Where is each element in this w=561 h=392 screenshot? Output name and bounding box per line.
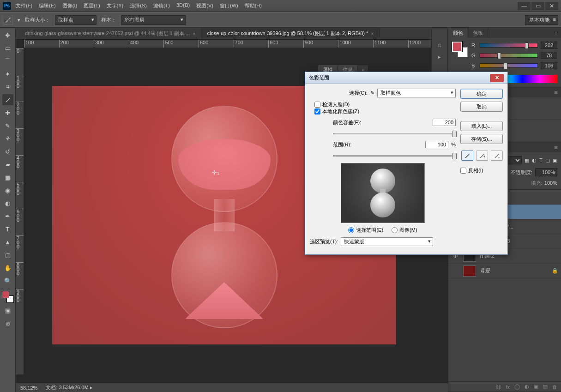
menu-image[interactable]: 图像(I) [62,2,77,9]
menu-layer[interactable]: 图层(L) [84,2,100,9]
fuzziness-input[interactable] [433,119,456,126]
cancel-button[interactable]: 取消 [460,102,503,112]
eyedropper-subtract-icon[interactable]: - [491,151,503,161]
new-group-icon[interactable]: ▣ [534,384,538,390]
dialog-titlebar[interactable]: 色彩范围 ✕ [305,72,507,84]
tab-color[interactable]: 颜色 [448,28,468,38]
filter-type-icon[interactable]: T [539,157,543,163]
path-select-tool[interactable]: ▲ [2,236,13,247]
rectangle-tool[interactable]: ▢ [2,249,13,260]
current-tool-icon[interactable] [3,15,13,25]
eyedropper-sample-icon[interactable] [461,151,473,161]
b-slider[interactable] [480,63,538,68]
fill-input[interactable]: 100% [544,180,557,186]
history-brush-tool[interactable]: ↺ [2,146,13,157]
move-tool[interactable]: ✥ [2,30,13,41]
quick-mask-toggle[interactable]: ▣ [2,305,13,316]
layer-fx-icon[interactable]: fx [506,384,510,390]
g-value[interactable]: 78 [541,52,557,59]
select-mode-dropdown[interactable]: 取样颜色 [377,89,456,97]
fg-swatch[interactable] [452,42,462,52]
tab-swatches[interactable]: 色板 [468,28,488,38]
save-button[interactable]: 存储(S)... [460,134,503,144]
menu-window[interactable]: 窗口(W) [220,2,238,9]
ok-button[interactable]: 确定 [460,89,503,99]
new-layer-icon[interactable]: ▤ [543,384,548,390]
radio-image[interactable]: 图像(M) [392,227,417,234]
adjust-panel-menu-icon[interactable]: ≡ [551,87,561,97]
preview-mode-dropdown[interactable]: 快速蒙版 [341,237,433,246]
menu-view[interactable]: 视图(V) [196,2,213,9]
range-slider[interactable] [333,152,456,159]
invert-checkbox[interactable] [460,168,466,174]
menu-file[interactable]: 文件(F) [16,2,32,9]
menu-type[interactable]: 文字(Y) [107,2,124,9]
screen-mode-toggle[interactable]: ⎚ [2,318,13,329]
foreground-color-swatch[interactable] [2,291,9,298]
filter-smart-icon[interactable]: ▣ [553,157,557,163]
zoom-level[interactable]: 58.12% [20,385,37,391]
link-layers-icon[interactable]: ⛓ [496,384,501,390]
filter-adjust-icon[interactable]: ◐ [532,157,537,163]
close-button[interactable]: ✕ [545,2,558,10]
history-panel-icon[interactable]: ⎌ [435,41,444,49]
menu-3d[interactable]: 3D(D) [176,2,190,9]
filter-shape-icon[interactable]: ▢ [545,157,550,163]
b-value[interactable]: 106 [541,62,557,69]
document-tab-1[interactable]: drinking-glass-glassware-stemware-247652… [19,28,202,39]
color-swatches[interactable] [2,291,14,303]
fuzziness-slider[interactable] [333,130,456,137]
color-panel-swatches[interactable] [452,42,468,57]
eyedropper-add-icon[interactable]: + [476,151,488,161]
color-panel-menu-icon[interactable]: ≡ [551,28,561,38]
menu-help[interactable]: 帮助(H) [245,2,262,9]
zoom-tool[interactable]: 🔍 [2,275,13,286]
eraser-tool[interactable]: ▰ [2,159,13,170]
maximize-button[interactable]: ▭ [531,2,544,10]
lasso-tool[interactable]: ⌒ [2,55,13,66]
dodge-tool[interactable]: ◐ [2,198,13,209]
workspace-switcher[interactable]: 基本功能 [525,15,558,25]
magic-wand-tool[interactable]: ✦ [2,68,13,79]
g-slider[interactable] [480,53,538,58]
doc-size-value: 3.53M/26.0M [59,385,88,390]
opacity-input[interactable]: 100% [535,168,557,176]
filter-pixel-icon[interactable]: ▦ [525,157,529,163]
r-value[interactable]: 202 [541,42,557,49]
localized-checkbox[interactable] [314,109,320,115]
load-button[interactable]: 载入(L)... [460,121,503,131]
layer-row[interactable]: 背景 🔒 [448,264,561,278]
crop-tool[interactable]: ⌗ [2,81,13,92]
minimize-button[interactable]: — [518,2,531,10]
marquee-tool[interactable]: ▭ [2,42,13,54]
selection-preview[interactable] [341,163,425,223]
type-tool[interactable]: T [2,223,13,235]
brush-tool[interactable]: ✎ [2,120,13,131]
menu-edit[interactable]: 编辑(E) [39,2,56,9]
new-adjustment-icon[interactable]: ◐ [525,384,529,390]
gradient-tool[interactable]: ▦ [2,172,13,183]
tab-2-close-icon[interactable]: × [371,31,374,36]
layers-panel-menu-icon[interactable]: ≡ [551,142,561,152]
detect-faces-checkbox[interactable] [314,102,320,108]
r-slider[interactable] [480,43,538,48]
dialog-close-button[interactable]: ✕ [490,74,504,82]
radio-selection[interactable]: 选择范围(E) [348,227,383,234]
add-mask-icon[interactable]: ◯ [514,384,520,390]
delete-layer-icon[interactable]: 🗑 [552,384,557,390]
menu-select[interactable]: 选择(S) [130,2,147,9]
range-input[interactable] [425,141,448,148]
layer-name[interactable]: 背景 [480,267,548,274]
eyedropper-tool[interactable] [2,94,13,105]
actions-panel-icon[interactable]: ▸ [435,53,444,61]
hand-tool[interactable]: ✋ [2,262,13,273]
healing-tool[interactable]: ✚ [2,107,13,118]
menu-filter[interactable]: 滤镜(T) [153,2,170,9]
sample-size-select[interactable]: 取样点 [55,15,97,25]
pen-tool[interactable]: ✒ [2,211,13,222]
stamp-tool[interactable]: ⚘ [2,133,13,144]
document-tab-2[interactable]: close-up-color-countdown-39396.jpg @ 58.… [202,28,380,39]
blur-tool[interactable]: ◉ [2,185,13,196]
tab-1-close-icon[interactable]: × [193,31,195,36]
sample-select[interactable]: 所有图层 [121,15,186,25]
